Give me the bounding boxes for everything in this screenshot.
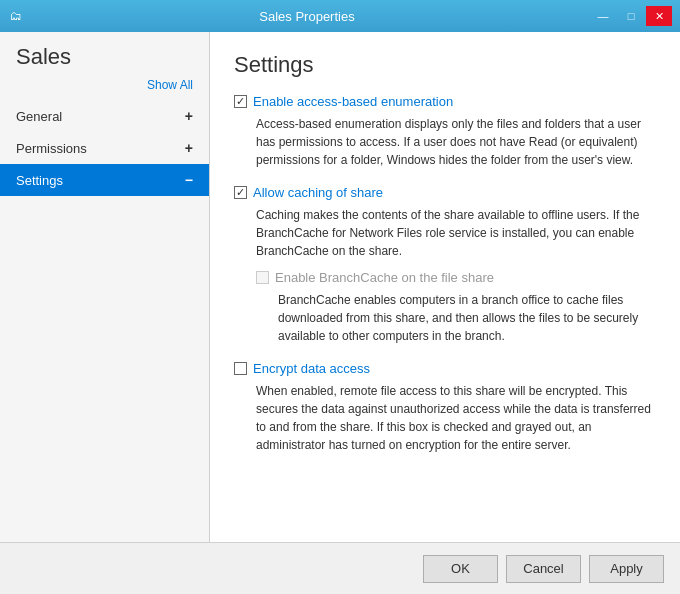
sub-setting-branchcache: Enable BranchCache on the file share Bra…: [256, 270, 656, 345]
setting-header-encrypt: Encrypt data access: [234, 361, 656, 376]
setting-desc-branchcache: BranchCache enables computers in a branc…: [278, 291, 656, 345]
window-title: Sales Properties: [24, 9, 590, 24]
sidebar-item-general[interactable]: General +: [0, 100, 209, 132]
setting-desc-caching: Caching makes the contents of the share …: [256, 206, 656, 260]
checkbox-encrypt-data[interactable]: [234, 362, 247, 375]
apply-button[interactable]: Apply: [589, 555, 664, 583]
main-container: Sales Show All General + Permissions + S…: [0, 32, 680, 542]
sidebar-item-label: Settings: [16, 173, 63, 188]
sidebar-item-permissions[interactable]: Permissions +: [0, 132, 209, 164]
content-title: Settings: [234, 52, 656, 78]
setting-label-caching[interactable]: Allow caching of share: [253, 185, 383, 200]
footer: OK Cancel Apply: [0, 542, 680, 594]
setting-allow-caching: Allow caching of share Caching makes the…: [234, 185, 656, 345]
show-all-link[interactable]: Show All: [0, 78, 209, 100]
setting-header-access: Enable access-based enumeration: [234, 94, 656, 109]
setting-header-caching: Allow caching of share: [234, 185, 656, 200]
setting-label-branchcache: Enable BranchCache on the file share: [275, 270, 494, 285]
setting-header-branchcache: Enable BranchCache on the file share: [256, 270, 656, 285]
checkbox-allow-caching[interactable]: [234, 186, 247, 199]
sidebar-expand-icon-settings: −: [185, 172, 193, 188]
setting-desc-access: Access-based enumeration displays only t…: [256, 115, 656, 169]
close-button[interactable]: ✕: [646, 6, 672, 26]
title-bar: 🗂 Sales Properties — □ ✕: [0, 0, 680, 32]
sidebar: Sales Show All General + Permissions + S…: [0, 32, 210, 542]
cancel-button[interactable]: Cancel: [506, 555, 581, 583]
title-bar-controls: — □ ✕: [590, 6, 672, 26]
sidebar-item-label: General: [16, 109, 62, 124]
window-icon: 🗂: [8, 8, 24, 24]
maximize-button[interactable]: □: [618, 6, 644, 26]
setting-label-encrypt[interactable]: Encrypt data access: [253, 361, 370, 376]
ok-button[interactable]: OK: [423, 555, 498, 583]
sidebar-title: Sales: [0, 44, 209, 78]
setting-desc-encrypt: When enabled, remote file access to this…: [256, 382, 656, 454]
sidebar-expand-icon-permissions: +: [185, 140, 193, 156]
setting-enable-access: Enable access-based enumeration Access-b…: [234, 94, 656, 169]
sidebar-item-settings[interactable]: Settings −: [0, 164, 209, 196]
content-area: Settings Enable access-based enumeration…: [210, 32, 680, 542]
setting-encrypt-data: Encrypt data access When enabled, remote…: [234, 361, 656, 454]
checkbox-branchcache: [256, 271, 269, 284]
minimize-button[interactable]: —: [590, 6, 616, 26]
setting-label-access[interactable]: Enable access-based enumeration: [253, 94, 453, 109]
sidebar-expand-icon-general: +: [185, 108, 193, 124]
sidebar-item-label: Permissions: [16, 141, 87, 156]
checkbox-enable-access[interactable]: [234, 95, 247, 108]
